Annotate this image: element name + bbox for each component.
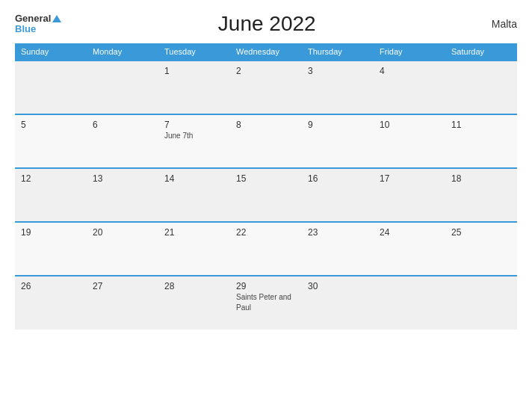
calendar-cell: 14 — [158, 168, 230, 222]
calendar-cell: 21 — [158, 222, 230, 276]
day-number: 16 — [308, 173, 368, 184]
day-number: 18 — [451, 173, 511, 184]
day-number: 28 — [164, 281, 224, 291]
calendar-cell: 23 — [302, 222, 374, 276]
calendar-cell: 13 — [87, 168, 158, 222]
calendar-cell: 9 — [302, 114, 374, 168]
calendar-cell: 24 — [374, 222, 445, 276]
calendar-cell — [15, 61, 87, 114]
header-sunday: Sunday — [15, 43, 87, 61]
day-number: 1 — [164, 66, 224, 76]
week-row-0: 1234 — [15, 61, 517, 114]
logo: General Blue — [15, 13, 61, 35]
day-number: 12 — [21, 173, 81, 184]
calendar-cell: 1 — [158, 61, 230, 114]
day-number: 4 — [380, 66, 439, 76]
day-number: 22 — [236, 227, 296, 238]
calendar-cell: 30 — [302, 276, 374, 330]
day-number: 25 — [451, 227, 511, 238]
day-number: 17 — [380, 173, 439, 184]
calendar-page: General Blue June 2022 Malta Sunday Mond… — [0, 0, 532, 411]
calendar-cell — [87, 61, 158, 114]
calendar-table: Sunday Monday Tuesday Wednesday Thursday… — [15, 43, 517, 330]
day-number: 10 — [380, 120, 439, 130]
day-number: 30 — [308, 281, 368, 291]
calendar-cell: 8 — [230, 114, 302, 168]
logo-general: General — [15, 13, 61, 24]
week-row-2: 12131415161718 — [15, 168, 517, 222]
day-event: Saints Peter and Paul — [236, 293, 291, 312]
calendar-cell — [374, 276, 445, 330]
day-number: 27 — [93, 281, 152, 291]
calendar-cell: 6 — [87, 114, 158, 168]
day-number: 14 — [164, 173, 224, 184]
calendar-cell — [445, 61, 517, 114]
header-wednesday: Wednesday — [230, 43, 302, 61]
calendar-cell: 5 — [15, 114, 87, 168]
calendar-cell: 19 — [15, 222, 87, 276]
day-number: 26 — [21, 281, 81, 291]
logo-blue: Blue — [15, 24, 61, 34]
day-number: 23 — [308, 227, 368, 238]
calendar-cell: 20 — [87, 222, 158, 276]
calendar-cell: 27 — [87, 276, 158, 330]
header-monday: Monday — [87, 43, 158, 61]
country-label: Malta — [472, 18, 517, 30]
day-number: 8 — [236, 120, 296, 130]
calendar-cell: 11 — [445, 114, 517, 168]
day-number: 24 — [380, 227, 439, 238]
calendar-title: June 2022 — [61, 12, 472, 36]
header-tuesday: Tuesday — [158, 43, 230, 61]
day-number: 9 — [308, 120, 368, 130]
calendar-cell: 15 — [230, 168, 302, 222]
calendar-cell: 22 — [230, 222, 302, 276]
day-number: 13 — [93, 173, 152, 184]
calendar-cell: 4 — [374, 61, 445, 114]
calendar-cell: 12 — [15, 168, 87, 222]
day-number: 11 — [451, 120, 511, 130]
calendar-cell: 25 — [445, 222, 517, 276]
day-number: 21 — [164, 227, 224, 238]
week-row-3: 19202122232425 — [15, 222, 517, 276]
header-thursday: Thursday — [302, 43, 374, 61]
day-event: June 7th — [164, 132, 193, 140]
day-number: 20 — [93, 227, 152, 238]
header-friday: Friday — [374, 43, 445, 61]
day-number: 3 — [308, 66, 368, 76]
week-row-1: 567June 7th891011 — [15, 114, 517, 168]
calendar-cell: 16 — [302, 168, 374, 222]
header: General Blue June 2022 Malta — [15, 12, 517, 36]
calendar-cell: 10 — [374, 114, 445, 168]
day-number: 6 — [93, 120, 152, 130]
day-number: 29 — [236, 281, 296, 291]
calendar-cell: 29Saints Peter and Paul — [230, 276, 302, 330]
calendar-cell: 28 — [158, 276, 230, 330]
calendar-cell: 2 — [230, 61, 302, 114]
day-number: 5 — [21, 120, 81, 130]
calendar-cell: 17 — [374, 168, 445, 222]
calendar-cell: 18 — [445, 168, 517, 222]
calendar-cell: 7June 7th — [158, 114, 230, 168]
day-number: 19 — [21, 227, 81, 238]
calendar-cell — [445, 276, 517, 330]
calendar-cell: 3 — [302, 61, 374, 114]
day-number: 2 — [236, 66, 296, 76]
week-row-4: 26272829Saints Peter and Paul30 — [15, 276, 517, 330]
day-number: 7 — [164, 120, 224, 130]
day-number: 15 — [236, 173, 296, 184]
calendar-cell: 26 — [15, 276, 87, 330]
weekday-header-row: Sunday Monday Tuesday Wednesday Thursday… — [15, 43, 517, 61]
header-saturday: Saturday — [445, 43, 517, 61]
logo-triangle-icon — [52, 15, 61, 22]
